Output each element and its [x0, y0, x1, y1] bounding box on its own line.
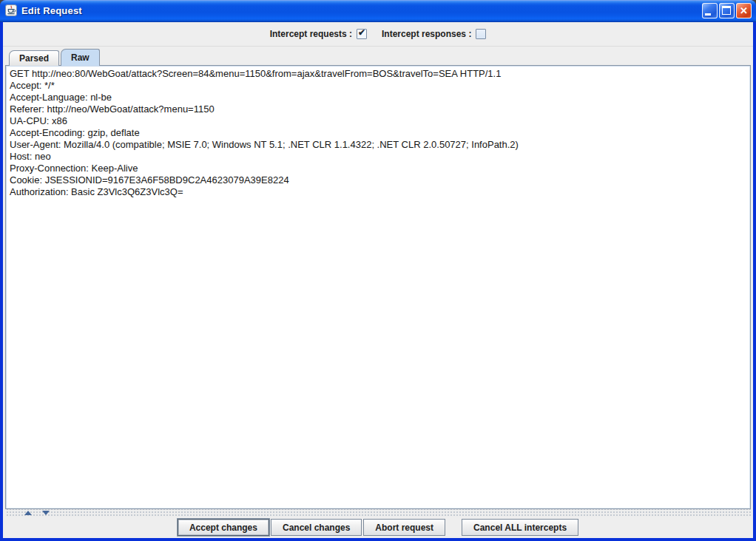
checkmark-icon: ✔	[358, 27, 365, 38]
maximize-icon	[722, 6, 731, 15]
maximize-button[interactable]	[719, 3, 735, 18]
request-line: Host: neo	[10, 151, 746, 163]
minimize-icon	[705, 13, 711, 16]
expand-down-icon[interactable]	[42, 511, 50, 515]
java-app-icon	[5, 4, 17, 16]
raw-request-editor[interactable]: GET http://neo:80/WebGoat/attack?Screen=…	[5, 65, 751, 509]
accept-changes-button[interactable]: Accept changes	[178, 519, 269, 536]
cancel-changes-button[interactable]: Cancel changes	[271, 519, 362, 536]
tab-parsed[interactable]: Parsed	[9, 50, 59, 66]
collapse-up-icon[interactable]	[24, 511, 32, 515]
intercept-requests-checkbox[interactable]: ✔	[357, 29, 367, 39]
request-line: Proxy-Connection: Keep-Alive	[10, 163, 746, 174]
close-button[interactable]: ✕	[736, 3, 752, 18]
intercept-requests-label: Intercept requests :	[270, 29, 352, 39]
tab-bar: Parsed Raw	[5, 49, 751, 66]
window-content: Intercept requests : ✔ Intercept respons…	[3, 22, 753, 538]
request-line: Authorization: Basic Z3Vlc3Q6Z3Vlc3Q=	[10, 186, 746, 198]
intercept-responses-checkbox[interactable]	[476, 29, 486, 39]
window-title: Edit Request	[21, 5, 82, 16]
intercept-responses-label: Intercept responses :	[382, 29, 471, 39]
request-line: Accept-Encoding: gzip, deflate	[10, 127, 746, 139]
request-line: Cookie: JSESSIONID=9167E3A6F58BD9C2A4623…	[10, 174, 746, 186]
intercept-options-row: Intercept requests : ✔ Intercept respons…	[3, 22, 753, 47]
request-line: GET http://neo:80/WebGoat/attack?Screen=…	[10, 68, 746, 80]
cancel-all-intercepts-button[interactable]: Cancel ALL intercepts	[462, 519, 578, 536]
button-bar: Accept changes Cancel changes Abort requ…	[3, 517, 753, 538]
close-icon: ✕	[737, 4, 751, 18]
minimize-button[interactable]	[702, 3, 718, 18]
window-controls: ✕	[701, 3, 752, 18]
edit-request-window: Edit Request ✕ Intercept requests : ✔ In…	[0, 0, 756, 541]
request-line: Accept-Language: nl-be	[10, 92, 746, 103]
request-line: UA-CPU: x86	[10, 115, 746, 127]
request-line: User-Agent: Mozilla/4.0 (compatible; MSI…	[10, 139, 746, 151]
titlebar[interactable]: Edit Request ✕	[0, 0, 756, 22]
split-pane-divider[interactable]	[5, 509, 751, 517]
request-line: Accept: */*	[10, 80, 746, 92]
request-line: Referer: http://neo/WebGoat/attack?menu=…	[10, 103, 746, 115]
abort-request-button[interactable]: Abort request	[363, 519, 445, 536]
tab-raw[interactable]: Raw	[61, 49, 100, 66]
